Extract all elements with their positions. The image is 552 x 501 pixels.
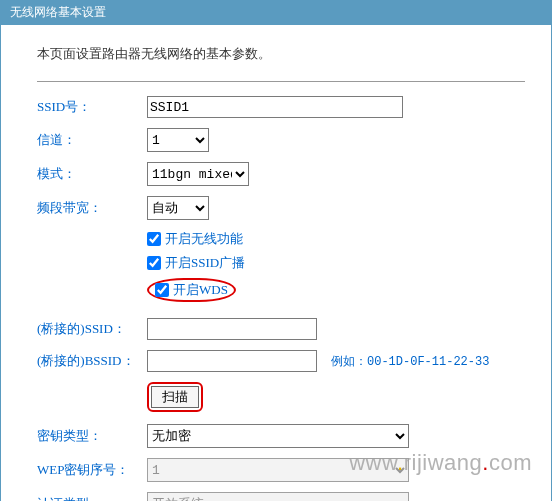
wepidx-label: WEP密钥序号： — [37, 461, 147, 479]
enable-ssid-broadcast-label: 开启SSID广播 — [165, 254, 245, 272]
dot-icon: . — [482, 450, 489, 475]
enc-label: 密钥类型： — [37, 427, 147, 445]
title-text: 无线网络基本设置 — [10, 5, 106, 19]
enable-wds-label: 开启WDS — [173, 281, 228, 299]
watermark: www.rijiwang.com — [349, 450, 532, 476]
scan-highlight: 扫描 — [147, 382, 203, 412]
bw-label: 频段带宽： — [37, 199, 147, 217]
watermark-mid: rijiwang — [404, 450, 483, 475]
intro-text: 本页面设置路由器无线网络的基本参数。 — [37, 45, 525, 63]
content: 本页面设置路由器无线网络的基本参数。 SSID号： 信道： 1 模式： 11bg… — [7, 31, 545, 501]
divider-top — [37, 81, 525, 82]
watermark-pre: www — [349, 450, 397, 475]
watermark-post: com — [489, 450, 532, 475]
bandwidth-select[interactable]: 自动 — [147, 196, 209, 220]
title-bar: 无线网络基本设置 — [0, 0, 552, 25]
mode-select[interactable]: 11bgn mixed — [147, 162, 249, 186]
dot-icon: . — [397, 450, 404, 475]
bssid-example: 例如：00-1D-0F-11-22-33 — [331, 353, 489, 370]
enable-ssid-broadcast-checkbox[interactable] — [147, 256, 161, 270]
encryption-select[interactable]: 无加密 — [147, 424, 409, 448]
bridge-ssid-input[interactable] — [147, 318, 317, 340]
channel-select[interactable]: 1 — [147, 128, 209, 152]
enable-wireless-label: 开启无线功能 — [165, 230, 243, 248]
mode-label: 模式： — [37, 165, 147, 183]
wds-highlight: 开启WDS — [147, 278, 236, 302]
content-outer: 本页面设置路由器无线网络的基本参数。 SSID号： 信道： 1 模式： 11bg… — [0, 25, 552, 501]
scan-button[interactable]: 扫描 — [151, 386, 199, 408]
auth-label: 认证类型： — [37, 495, 147, 501]
ssid-input[interactable] — [147, 96, 403, 118]
auth-select: 开放系统 — [147, 492, 409, 501]
bridge-bssid-label: (桥接的)BSSID： — [37, 352, 147, 370]
window: 无线网络基本设置 本页面设置路由器无线网络的基本参数。 SSID号： 信道： 1… — [0, 0, 552, 501]
bridge-bssid-input[interactable] — [147, 350, 317, 372]
bridge-ssid-label: (桥接的)SSID： — [37, 320, 147, 338]
ssid-label: SSID号： — [37, 98, 147, 116]
enable-wireless-checkbox[interactable] — [147, 232, 161, 246]
channel-label: 信道： — [37, 131, 147, 149]
enable-wds-checkbox[interactable] — [155, 283, 169, 297]
